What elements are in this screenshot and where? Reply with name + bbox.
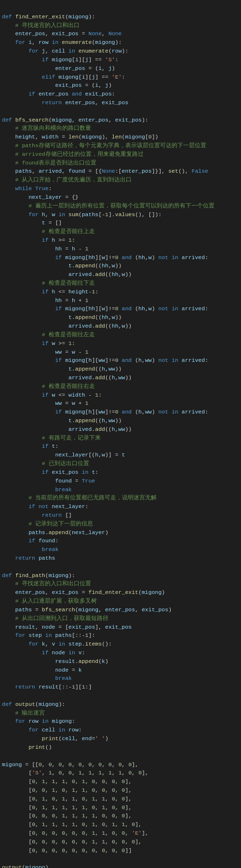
code-content: def find_enter_exit(migong): # 寻找迷宫的入口和出… [2,4,239,868]
